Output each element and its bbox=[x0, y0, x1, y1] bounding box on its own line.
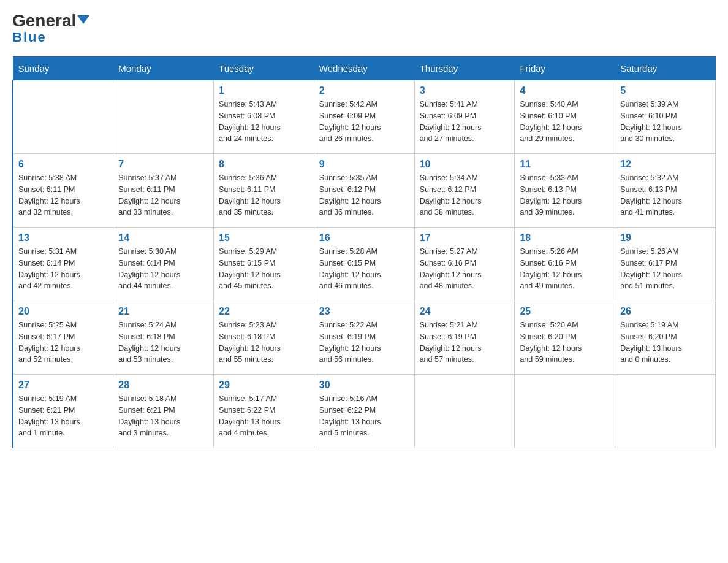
calendar-cell: 14Sunrise: 5:30 AM Sunset: 6:14 PM Dayli… bbox=[113, 228, 214, 301]
calendar-cell: 27Sunrise: 5:19 AM Sunset: 6:21 PM Dayli… bbox=[13, 375, 113, 448]
day-number: 15 bbox=[219, 232, 309, 243]
calendar-cell: 5Sunrise: 5:39 AM Sunset: 6:10 PM Daylig… bbox=[615, 80, 716, 154]
day-info: Sunrise: 5:16 AM Sunset: 6:22 PM Dayligh… bbox=[319, 393, 409, 439]
day-info: Sunrise: 5:26 AM Sunset: 6:17 PM Dayligh… bbox=[620, 246, 710, 292]
day-number: 8 bbox=[219, 159, 309, 170]
day-number: 23 bbox=[319, 306, 409, 317]
calendar-cell: 1Sunrise: 5:43 AM Sunset: 6:08 PM Daylig… bbox=[214, 80, 314, 154]
weekday-header-monday: Monday bbox=[113, 57, 214, 80]
day-info: Sunrise: 5:42 AM Sunset: 6:09 PM Dayligh… bbox=[319, 99, 409, 145]
day-info: Sunrise: 5:28 AM Sunset: 6:15 PM Dayligh… bbox=[319, 246, 409, 292]
day-info: Sunrise: 5:34 AM Sunset: 6:12 PM Dayligh… bbox=[420, 172, 510, 218]
day-number: 27 bbox=[18, 380, 108, 391]
day-number: 13 bbox=[18, 232, 108, 243]
day-info: Sunrise: 5:33 AM Sunset: 6:13 PM Dayligh… bbox=[520, 172, 610, 218]
day-info: Sunrise: 5:35 AM Sunset: 6:12 PM Dayligh… bbox=[319, 172, 409, 218]
day-info: Sunrise: 5:40 AM Sunset: 6:10 PM Dayligh… bbox=[520, 99, 610, 145]
logo-general: General bbox=[12, 12, 89, 29]
day-number: 5 bbox=[620, 85, 710, 96]
day-info: Sunrise: 5:24 AM Sunset: 6:18 PM Dayligh… bbox=[118, 320, 208, 366]
calendar-cell bbox=[13, 80, 113, 154]
calendar-cell: 26Sunrise: 5:19 AM Sunset: 6:20 PM Dayli… bbox=[615, 301, 716, 375]
weekday-header-thursday: Thursday bbox=[414, 57, 515, 80]
day-info: Sunrise: 5:27 AM Sunset: 6:16 PM Dayligh… bbox=[420, 246, 510, 292]
calendar-cell: 17Sunrise: 5:27 AM Sunset: 6:16 PM Dayli… bbox=[414, 228, 515, 301]
day-number: 12 bbox=[620, 159, 710, 170]
weekday-header-wednesday: Wednesday bbox=[314, 57, 414, 80]
calendar-table: SundayMondayTuesdayWednesdayThursdayFrid… bbox=[12, 56, 716, 448]
calendar-cell: 13Sunrise: 5:31 AM Sunset: 6:14 PM Dayli… bbox=[13, 228, 113, 301]
day-number: 6 bbox=[18, 159, 108, 170]
calendar-cell: 11Sunrise: 5:33 AM Sunset: 6:13 PM Dayli… bbox=[515, 154, 615, 228]
day-info: Sunrise: 5:37 AM Sunset: 6:11 PM Dayligh… bbox=[118, 172, 208, 218]
calendar-cell bbox=[615, 375, 716, 448]
calendar-cell bbox=[414, 375, 515, 448]
page-header: General Blue bbox=[12, 12, 716, 45]
calendar-week-row: 13Sunrise: 5:31 AM Sunset: 6:14 PM Dayli… bbox=[13, 228, 716, 301]
calendar-cell: 24Sunrise: 5:21 AM Sunset: 6:19 PM Dayli… bbox=[414, 301, 515, 375]
calendar-cell bbox=[113, 80, 214, 154]
calendar-cell: 23Sunrise: 5:22 AM Sunset: 6:19 PM Dayli… bbox=[314, 301, 414, 375]
day-info: Sunrise: 5:19 AM Sunset: 6:20 PM Dayligh… bbox=[620, 320, 710, 366]
calendar-cell: 25Sunrise: 5:20 AM Sunset: 6:20 PM Dayli… bbox=[515, 301, 615, 375]
day-info: Sunrise: 5:36 AM Sunset: 6:11 PM Dayligh… bbox=[219, 172, 309, 218]
day-number: 17 bbox=[420, 232, 510, 243]
weekday-header-sunday: Sunday bbox=[13, 57, 113, 80]
day-info: Sunrise: 5:18 AM Sunset: 6:21 PM Dayligh… bbox=[118, 393, 208, 439]
day-info: Sunrise: 5:41 AM Sunset: 6:09 PM Dayligh… bbox=[420, 99, 510, 145]
calendar-cell: 2Sunrise: 5:42 AM Sunset: 6:09 PM Daylig… bbox=[314, 80, 414, 154]
calendar-cell: 29Sunrise: 5:17 AM Sunset: 6:22 PM Dayli… bbox=[214, 375, 314, 448]
calendar-cell: 28Sunrise: 5:18 AM Sunset: 6:21 PM Dayli… bbox=[113, 375, 214, 448]
logo-triangle-icon bbox=[77, 15, 89, 24]
calendar-cell: 20Sunrise: 5:25 AM Sunset: 6:17 PM Dayli… bbox=[13, 301, 113, 375]
calendar-week-row: 1Sunrise: 5:43 AM Sunset: 6:08 PM Daylig… bbox=[13, 80, 716, 154]
calendar-cell: 16Sunrise: 5:28 AM Sunset: 6:15 PM Dayli… bbox=[314, 228, 414, 301]
day-number: 9 bbox=[319, 159, 409, 170]
day-number: 24 bbox=[420, 306, 510, 317]
day-number: 10 bbox=[420, 159, 510, 170]
calendar-cell: 21Sunrise: 5:24 AM Sunset: 6:18 PM Dayli… bbox=[113, 301, 214, 375]
calendar-cell: 15Sunrise: 5:29 AM Sunset: 6:15 PM Dayli… bbox=[214, 228, 314, 301]
day-info: Sunrise: 5:31 AM Sunset: 6:14 PM Dayligh… bbox=[18, 246, 108, 292]
calendar-cell: 7Sunrise: 5:37 AM Sunset: 6:11 PM Daylig… bbox=[113, 154, 214, 228]
day-number: 29 bbox=[219, 380, 309, 391]
day-info: Sunrise: 5:23 AM Sunset: 6:18 PM Dayligh… bbox=[219, 320, 309, 366]
calendar-cell: 19Sunrise: 5:26 AM Sunset: 6:17 PM Dayli… bbox=[615, 228, 716, 301]
calendar-cell: 30Sunrise: 5:16 AM Sunset: 6:22 PM Dayli… bbox=[314, 375, 414, 448]
day-number: 20 bbox=[18, 306, 108, 317]
calendar-cell: 6Sunrise: 5:38 AM Sunset: 6:11 PM Daylig… bbox=[13, 154, 113, 228]
calendar-cell: 12Sunrise: 5:32 AM Sunset: 6:13 PM Dayli… bbox=[615, 154, 716, 228]
day-number: 19 bbox=[620, 232, 710, 243]
day-info: Sunrise: 5:25 AM Sunset: 6:17 PM Dayligh… bbox=[18, 320, 108, 366]
calendar-cell: 22Sunrise: 5:23 AM Sunset: 6:18 PM Dayli… bbox=[214, 301, 314, 375]
calendar-cell: 4Sunrise: 5:40 AM Sunset: 6:10 PM Daylig… bbox=[515, 80, 615, 154]
weekday-header-friday: Friday bbox=[515, 57, 615, 80]
calendar-week-row: 27Sunrise: 5:19 AM Sunset: 6:21 PM Dayli… bbox=[13, 375, 716, 448]
day-number: 4 bbox=[520, 85, 610, 96]
calendar-cell: 9Sunrise: 5:35 AM Sunset: 6:12 PM Daylig… bbox=[314, 154, 414, 228]
day-number: 16 bbox=[319, 232, 409, 243]
day-number: 26 bbox=[620, 306, 710, 317]
day-number: 7 bbox=[118, 159, 208, 170]
day-info: Sunrise: 5:38 AM Sunset: 6:11 PM Dayligh… bbox=[18, 172, 108, 218]
calendar-cell bbox=[515, 375, 615, 448]
day-number: 21 bbox=[118, 306, 208, 317]
day-number: 25 bbox=[520, 306, 610, 317]
day-number: 11 bbox=[520, 159, 610, 170]
day-info: Sunrise: 5:32 AM Sunset: 6:13 PM Dayligh… bbox=[620, 172, 710, 218]
day-info: Sunrise: 5:20 AM Sunset: 6:20 PM Dayligh… bbox=[520, 320, 610, 366]
day-number: 3 bbox=[420, 85, 510, 96]
day-info: Sunrise: 5:21 AM Sunset: 6:19 PM Dayligh… bbox=[420, 320, 510, 366]
day-info: Sunrise: 5:26 AM Sunset: 6:16 PM Dayligh… bbox=[520, 246, 610, 292]
day-info: Sunrise: 5:30 AM Sunset: 6:14 PM Dayligh… bbox=[118, 246, 208, 292]
day-info: Sunrise: 5:43 AM Sunset: 6:08 PM Dayligh… bbox=[219, 99, 309, 145]
day-number: 30 bbox=[319, 380, 409, 391]
day-number: 1 bbox=[219, 85, 309, 96]
day-number: 22 bbox=[219, 306, 309, 317]
calendar-cell: 18Sunrise: 5:26 AM Sunset: 6:16 PM Dayli… bbox=[515, 228, 615, 301]
day-info: Sunrise: 5:19 AM Sunset: 6:21 PM Dayligh… bbox=[18, 393, 108, 439]
weekday-header-tuesday: Tuesday bbox=[214, 57, 314, 80]
calendar-header-row: SundayMondayTuesdayWednesdayThursdayFrid… bbox=[13, 57, 716, 80]
day-number: 28 bbox=[118, 380, 208, 391]
day-info: Sunrise: 5:29 AM Sunset: 6:15 PM Dayligh… bbox=[219, 246, 309, 292]
